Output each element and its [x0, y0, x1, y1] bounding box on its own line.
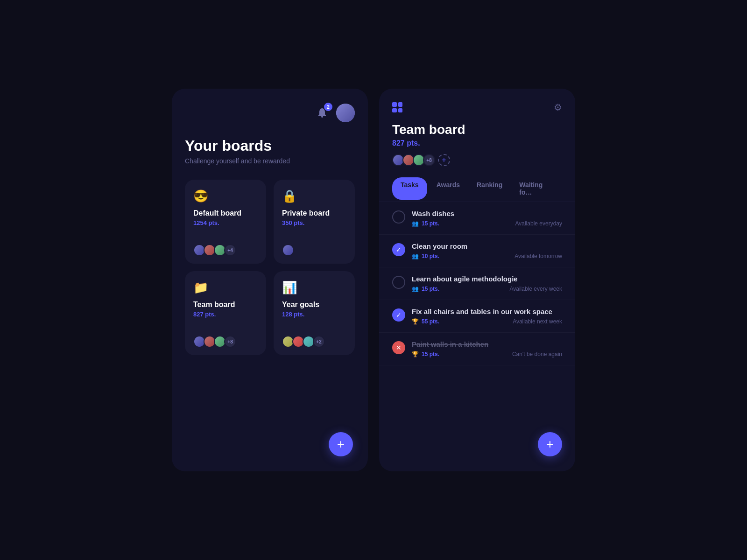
add-board-button[interactable]: +	[329, 432, 353, 456]
task-meta: 👥 10 pts. Available tomorrow	[412, 253, 562, 259]
mini-avatar	[282, 244, 294, 256]
tab-tasks[interactable]: Tasks	[392, 177, 427, 200]
tab-waiting[interactable]: Waiting fo…	[512, 175, 560, 202]
task-item-wash-dishes: Wash dishes 👥 15 pts. Available everyday	[379, 202, 575, 235]
page-title: Your boards	[185, 137, 355, 154]
add-task-button[interactable]: +	[538, 432, 562, 456]
board-pts-private: 350 pts.	[282, 219, 346, 226]
board-card-default[interactable]: 😎 Default board 1254 pts. +4	[185, 180, 266, 264]
avatar-more-right: +8	[423, 154, 435, 166]
task-meta: 🏆 15 pts. Can't be done again	[412, 351, 562, 357]
task-checkbox-paint-walls[interactable]: ✕	[392, 341, 405, 354]
grid-dot	[392, 108, 397, 113]
board-pts-team: 827 pts.	[193, 311, 258, 318]
user-avatar[interactable]	[336, 104, 355, 122]
task-content: Clean your room 👥 10 pts. Available tomo…	[412, 242, 562, 259]
task-item-paint-walls: ✕ Paint walls in a kitchen 🏆 15 pts. Can…	[379, 333, 575, 365]
right-header: ⚙ Team board 827 pts. +8 +	[379, 89, 575, 175]
task-pts-row: 🏆 15 pts.	[412, 351, 439, 357]
task-availability: Can't be done again	[512, 351, 562, 357]
board-avatars-default: +4	[193, 244, 258, 256]
checkmark-icon: ✓	[396, 246, 402, 253]
task-pts-row: 👥 15 pts.	[412, 286, 439, 292]
right-panel: ⚙ Team board 827 pts. +8 + Tasks Awards …	[379, 89, 575, 471]
tab-ranking[interactable]: Ranking	[469, 175, 510, 202]
board-name-private: Private board	[282, 209, 346, 217]
team-board-pts: 827 pts.	[392, 139, 562, 147]
board-name-team: Team board	[193, 301, 258, 309]
avatar-more-default: +4	[224, 244, 236, 256]
task-meta: 👥 15 pts. Available everyday	[412, 220, 562, 227]
board-emoji-private: 🔒	[282, 189, 346, 203]
team-avatars-row: +8 +	[392, 154, 562, 166]
board-pts-year: 128 pts.	[282, 311, 346, 318]
task-item-clean-room: ✓ Clean your room 👥 10 pts. Available to…	[379, 235, 575, 267]
task-availability: Available next week	[513, 318, 562, 325]
svg-point-0	[321, 116, 323, 118]
trophy-icon: 🏆	[412, 318, 419, 325]
task-pts: 10 pts.	[422, 253, 439, 259]
task-pts: 55 pts.	[422, 318, 439, 325]
avatar-more-year: +2	[313, 336, 325, 348]
task-checkbox-wash-dishes[interactable]	[392, 210, 405, 224]
right-header-top: ⚙	[392, 102, 562, 113]
tasks-list: Wash dishes 👥 15 pts. Available everyday…	[379, 202, 575, 471]
board-avatars-private	[282, 244, 346, 256]
task-checkbox-agile[interactable]	[392, 276, 405, 289]
board-avatars-team: +8	[193, 336, 258, 348]
checkmark-icon: ✓	[396, 311, 402, 319]
task-pts-row: 🏆 55 pts.	[412, 318, 439, 325]
board-pts-default: 1254 pts.	[193, 219, 258, 226]
page-subtitle: Challenge yourself and be rewarded	[185, 157, 355, 165]
task-pts: 15 pts.	[422, 220, 439, 227]
x-icon: ✕	[396, 344, 402, 351]
board-card-private[interactable]: 🔒 Private board 350 pts.	[274, 180, 355, 264]
grid-dot	[392, 102, 397, 107]
task-name: Wash dishes	[412, 210, 562, 217]
boards-grid: 😎 Default board 1254 pts. +4 🔒 Private b…	[185, 180, 355, 355]
board-card-team[interactable]: 📁 Team board 827 pts. +8	[185, 271, 266, 355]
grid-dot	[398, 102, 403, 107]
task-pts: 15 pts.	[422, 286, 439, 292]
board-emoji-team: 📁	[193, 280, 258, 295]
group-icon: 👥	[412, 286, 419, 292]
task-name: Learn about agile methodologie	[412, 275, 562, 283]
task-name: Fix all chairs and tables in our work sp…	[412, 308, 562, 315]
task-checkbox-clean-room[interactable]: ✓	[392, 243, 405, 256]
add-member-button[interactable]: +	[438, 154, 450, 166]
task-meta: 🏆 55 pts. Available next week	[412, 318, 562, 325]
board-name-default: Default board	[193, 209, 258, 217]
header-icons: 2	[185, 104, 355, 122]
group-icon: 👥	[412, 220, 419, 227]
grid-dot	[398, 108, 403, 113]
trophy-icon: 🏆	[412, 351, 419, 357]
task-pts-row: 👥 10 pts.	[412, 253, 439, 259]
board-avatars-year: +2	[282, 336, 346, 348]
task-content: Fix all chairs and tables in our work sp…	[412, 308, 562, 325]
task-name: Paint walls in a kitchen	[412, 340, 562, 348]
board-card-year[interactable]: 📊 Year goals 128 pts. +2	[274, 271, 355, 355]
board-emoji-default: 😎	[193, 189, 258, 203]
task-availability: Available tomorrow	[514, 253, 562, 259]
task-content: Wash dishes 👥 15 pts. Available everyday	[412, 210, 562, 227]
notification-badge: 2	[324, 103, 332, 111]
task-meta: 👥 15 pts. Available every week	[412, 286, 562, 292]
settings-icon[interactable]: ⚙	[554, 102, 562, 113]
avatar-more-team: +8	[224, 336, 236, 348]
app-container: 2 Your boards Challenge yourself and be …	[172, 89, 575, 471]
board-emoji-year: 📊	[282, 280, 346, 295]
grid-icon[interactable]	[392, 102, 402, 112]
task-availability: Available everyday	[515, 220, 562, 227]
task-item-agile: Learn about agile methodologie 👥 15 pts.…	[379, 267, 575, 300]
task-checkbox-chairs[interactable]: ✓	[392, 308, 405, 322]
board-name-year: Year goals	[282, 301, 346, 309]
task-content: Learn about agile methodologie 👥 15 pts.…	[412, 275, 562, 292]
task-content: Paint walls in a kitchen 🏆 15 pts. Can't…	[412, 340, 562, 357]
left-panel: 2 Your boards Challenge yourself and be …	[172, 89, 368, 471]
tab-awards[interactable]: Awards	[429, 175, 467, 202]
notification-bell[interactable]: 2	[314, 105, 331, 121]
task-name: Clean your room	[412, 242, 562, 250]
tabs-row: Tasks Awards Ranking Waiting fo…	[379, 175, 575, 202]
task-pts: 15 pts.	[422, 351, 439, 357]
team-board-title: Team board	[392, 122, 562, 137]
